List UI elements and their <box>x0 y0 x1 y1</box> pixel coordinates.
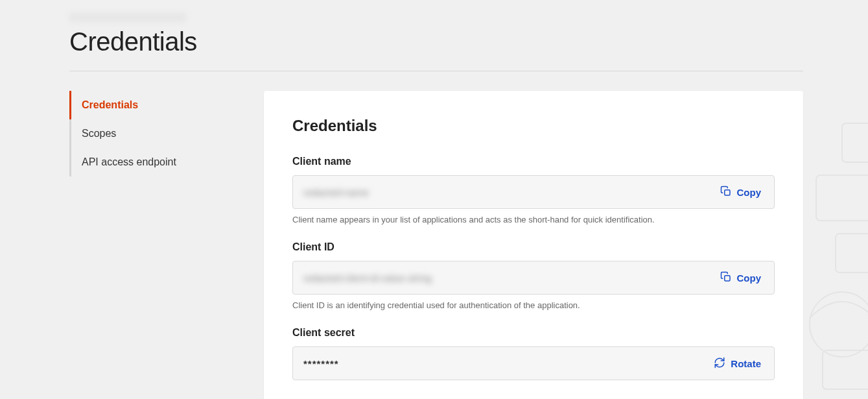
sidebar-item-label: API access endpoint <box>82 156 176 167</box>
page-title: Credentials <box>69 27 803 56</box>
sidebar: Credentials Scopes API access endpoint <box>69 91 244 399</box>
field-client-name: Client name redacted-name Copy Client na <box>292 156 775 226</box>
sidebar-item-label: Scopes <box>82 128 116 139</box>
sidebar-item-scopes[interactable]: Scopes <box>69 119 244 148</box>
copy-client-id-button[interactable]: Copy <box>718 267 764 289</box>
rotate-label: Rotate <box>731 358 761 369</box>
rotate-icon <box>714 357 725 370</box>
sidebar-item-label: Credentials <box>82 99 138 110</box>
copy-label: Copy <box>737 272 762 284</box>
copy-icon <box>720 186 732 199</box>
copy-label: Copy <box>737 187 762 198</box>
panel-title: Credentials <box>292 117 775 135</box>
field-value-client-name: redacted-name <box>303 187 718 198</box>
sidebar-item-credentials[interactable]: Credentials <box>69 91 244 119</box>
field-label-client-name: Client name <box>292 156 775 167</box>
copy-icon <box>720 271 732 285</box>
rotate-client-secret-button[interactable]: Rotate <box>711 353 764 374</box>
svg-rect-5 <box>724 189 729 195</box>
svg-rect-6 <box>724 275 729 280</box>
field-helper-client-name: Client name appears in your list of appl… <box>292 214 775 226</box>
field-client-id: Client ID redacted-client-id-value-strin… <box>292 241 775 311</box>
sidebar-item-api-access-endpoint[interactable]: API access endpoint <box>69 148 244 176</box>
field-label-client-id: Client ID <box>292 241 775 253</box>
field-box-client-name: redacted-name Copy <box>292 175 775 209</box>
field-value-client-secret: ******** <box>303 358 711 369</box>
field-helper-client-id: Client ID is an identifying credential u… <box>292 300 775 311</box>
field-box-client-id: redacted-client-id-value-string Copy <box>292 261 775 295</box>
copy-client-name-button[interactable]: Copy <box>718 182 764 203</box>
field-label-client-secret: Client secret <box>292 327 775 339</box>
divider <box>69 71 803 71</box>
field-value-client-id: redacted-client-id-value-string <box>303 272 718 284</box>
field-box-client-secret: ******** Rotate <box>292 346 775 380</box>
main-panel: Credentials Client name redacted-name Co… <box>264 91 803 399</box>
breadcrumb <box>69 13 803 26</box>
field-client-secret: Client secret ******** Rotate <box>292 327 775 380</box>
